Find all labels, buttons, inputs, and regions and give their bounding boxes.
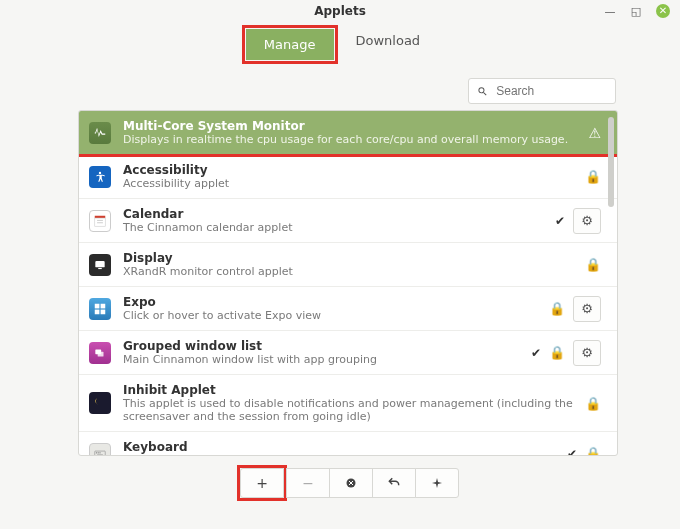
highlight-manage-tab: Manage	[242, 25, 338, 64]
svg-rect-5	[95, 260, 104, 266]
applet-name: Inhibit Applet	[123, 383, 573, 397]
list-item-multi-core[interactable]: Multi-Core System Monitor Displays in re…	[79, 111, 617, 155]
upgrade-button[interactable]	[415, 468, 459, 498]
svg-rect-9	[95, 309, 100, 314]
applet-name: Expo	[123, 295, 537, 309]
display-icon	[89, 254, 111, 276]
applet-list: Multi-Core System Monitor Displays in re…	[78, 110, 618, 456]
applet-desc: The Cinnamon calendar applet	[123, 221, 543, 234]
applet-desc: Keyboard layout	[123, 454, 555, 456]
lock-icon: 🔒	[585, 396, 601, 411]
svg-rect-7	[95, 303, 100, 308]
svg-rect-6	[98, 267, 102, 268]
applet-name: Keyboard	[123, 440, 555, 454]
svg-rect-13	[95, 451, 106, 456]
accessibility-icon	[89, 166, 111, 188]
minimize-button[interactable]: —	[604, 5, 616, 17]
applet-desc: Accessibility applet	[123, 177, 573, 190]
lock-icon: 🔒	[585, 257, 601, 272]
applet-name: Calendar	[123, 207, 543, 221]
list-item-accessibility[interactable]: Accessibility Accessibility applet 🔒	[79, 155, 617, 199]
titlebar: Applets — ◱ ✕	[0, 0, 680, 21]
lock-icon: 🔒	[585, 446, 601, 456]
applet-desc: This applet is used to disable notificat…	[123, 397, 573, 423]
svg-rect-1	[95, 215, 106, 217]
check-icon: ✔	[567, 447, 577, 457]
svg-rect-2	[95, 218, 106, 226]
check-icon: ✔	[531, 346, 541, 360]
grouped-icon	[89, 342, 111, 364]
applet-desc: XRandR monitor control applet	[123, 265, 573, 278]
svg-rect-12	[98, 351, 104, 356]
add-button[interactable]: +	[240, 468, 284, 498]
svg-rect-10	[101, 309, 106, 314]
applet-desc: Click or hover to activate Expo view	[123, 309, 537, 322]
list-item-expo[interactable]: Expo Click or hover to activate Expo vie…	[79, 287, 617, 331]
applet-name: Grouped window list	[123, 339, 519, 353]
lock-icon: 🔒	[549, 301, 565, 316]
applet-desc: Displays in realtime the cpu usage for e…	[123, 133, 576, 146]
tab-bar: Manage Download	[0, 25, 680, 64]
list-item-keyboard[interactable]: Keyboard Keyboard layout ✔ 🔒	[79, 432, 617, 456]
expo-icon	[89, 298, 111, 320]
applet-desc: Main Cinnamon window list with app group…	[123, 353, 519, 366]
bottom-toolbar: + −	[78, 465, 618, 501]
svg-point-0	[99, 171, 101, 173]
remove-button[interactable]: −	[286, 468, 330, 498]
svg-rect-15	[98, 452, 99, 453]
tab-manage[interactable]: Manage	[246, 29, 334, 60]
close-button[interactable]: ✕	[656, 4, 670, 18]
keyboard-icon	[89, 443, 111, 457]
svg-rect-16	[99, 452, 100, 453]
list-item-grouped[interactable]: Grouped window list Main Cinnamon window…	[79, 331, 617, 375]
search-icon	[477, 85, 488, 98]
svg-rect-14	[96, 452, 97, 453]
lock-icon: 🔒	[549, 345, 565, 360]
settings-button[interactable]: ⚙	[573, 296, 601, 322]
window-title: Applets	[314, 4, 366, 18]
check-icon: ✔	[555, 214, 565, 228]
applet-name: Accessibility	[123, 163, 573, 177]
undo-button[interactable]	[372, 468, 416, 498]
lock-icon: 🔒	[585, 169, 601, 184]
list-item-calendar[interactable]: Calendar The Cinnamon calendar applet ✔ …	[79, 199, 617, 243]
list-item-display[interactable]: Display XRandR monitor control applet 🔒	[79, 243, 617, 287]
settings-button[interactable]: ⚙	[573, 340, 601, 366]
scrollbar[interactable]	[607, 113, 615, 456]
list-item-inhibit[interactable]: Inhibit Applet This applet is used to di…	[79, 375, 617, 432]
search-input[interactable]	[494, 83, 607, 99]
warning-icon: ⚠	[588, 125, 601, 141]
applet-name: Multi-Core System Monitor	[123, 119, 576, 133]
search-field[interactable]	[468, 78, 616, 104]
monitor-icon	[89, 122, 111, 144]
tab-download[interactable]: Download	[338, 25, 439, 64]
maximize-button[interactable]: ◱	[630, 5, 642, 17]
inhibit-icon	[89, 392, 111, 414]
svg-rect-8	[101, 303, 106, 308]
svg-rect-17	[97, 454, 103, 455]
applet-name: Display	[123, 251, 573, 265]
calendar-icon	[89, 210, 111, 232]
delete-button[interactable]	[329, 468, 373, 498]
highlight-add-button: +	[237, 465, 287, 501]
settings-button[interactable]: ⚙	[573, 208, 601, 234]
